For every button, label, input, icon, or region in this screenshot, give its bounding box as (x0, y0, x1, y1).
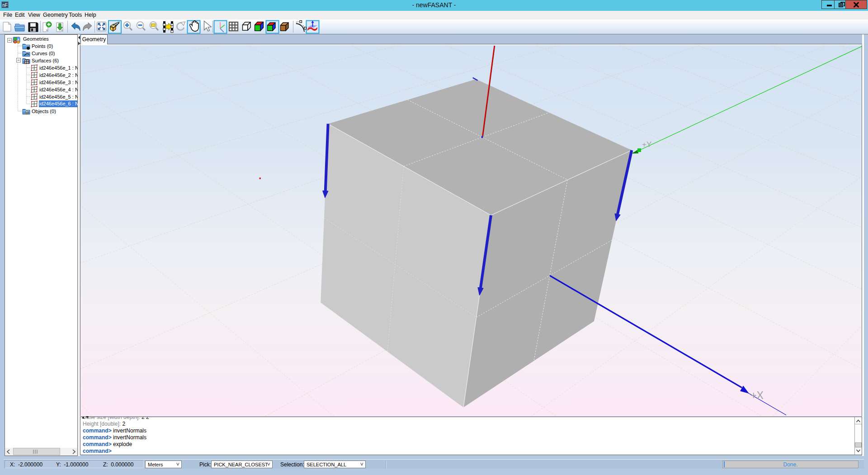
svg-text:+X: +X (750, 390, 764, 401)
svg-text:+Y: +Y (642, 140, 651, 149)
